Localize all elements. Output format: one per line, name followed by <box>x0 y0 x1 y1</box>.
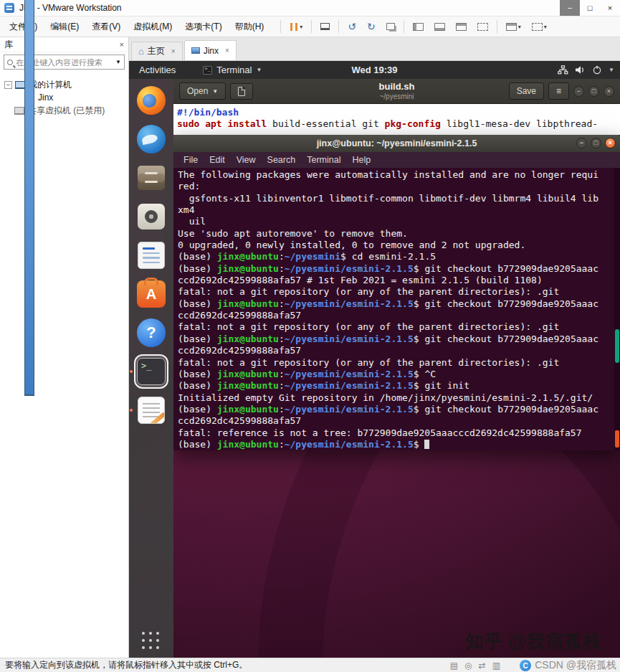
terminal-titlebar[interactable]: jinx@ubuntu: ~/pyesmini/esmini-2.1.5 − □… <box>173 135 620 152</box>
tab-close-icon[interactable]: × <box>225 47 229 55</box>
suspend-button[interactable]: ▾ <box>287 22 305 32</box>
snapshot-manager-icon[interactable] <box>384 22 397 32</box>
hamburger-menu-button[interactable]: ≡ <box>548 82 569 100</box>
menubar: 文件(F)编辑(E)查看(V)虚拟机(M)选项卡(T)帮助(H) ▾ ↺ ↻ ▾… <box>0 16 620 37</box>
tree-item-my-computer[interactable]: −我的计算机 <box>0 78 128 91</box>
terminal-output[interactable]: The following packages were automaticall… <box>173 168 614 450</box>
tree-expander-icon[interactable]: − <box>4 81 12 89</box>
dock-item-thunderbird[interactable] <box>135 123 167 155</box>
show-applications-icon <box>142 632 161 650</box>
scrollbar-thumb[interactable] <box>615 329 619 363</box>
terminal-maximize-button[interactable]: □ <box>591 138 601 148</box>
terminal-minimize-button[interactable]: − <box>576 138 587 148</box>
minimize-button[interactable]: − <box>560 0 580 16</box>
menubar-item[interactable]: 帮助(H) <box>229 18 271 36</box>
search-dropdown-icon[interactable]: ▼ <box>113 59 124 65</box>
dock-item-firefox[interactable] <box>135 85 167 116</box>
clock-button[interactable]: Wed 19:39 <box>351 65 397 75</box>
menubar-item[interactable]: 选项卡(T) <box>178 18 228 36</box>
terminal-icon <box>137 358 166 385</box>
tab-jinx[interactable]: Jinx× <box>184 40 237 60</box>
toolbar-separator <box>497 20 497 33</box>
cdrom-icon[interactable]: ◎ <box>464 661 472 671</box>
show-thumbnail-bar-icon[interactable] <box>432 22 447 32</box>
open-button[interactable]: Open▼ <box>179 82 226 100</box>
terminal-line: (base) jinx@ubuntu:~/pyesmini/esmini-2.1… <box>178 298 614 310</box>
new-document-button[interactable] <box>230 83 253 100</box>
activities-button[interactable]: Activities <box>139 65 176 75</box>
tree-item-jinx[interactable]: Jinx <box>0 91 128 104</box>
computer-icon <box>15 81 25 89</box>
editor-area[interactable]: #!/bin/bashsudo apt install build-essent… <box>173 104 620 135</box>
revert-snapshot-icon[interactable]: ↻ <box>365 19 378 34</box>
vmware-menu: 文件(F)编辑(E)查看(V)虚拟机(M)选项卡(T)帮助(H) <box>3 18 270 36</box>
usb-icon[interactable]: ▥ <box>492 661 500 671</box>
save-button-label: Save <box>517 86 536 96</box>
dock-item-text-editor[interactable] <box>135 394 167 426</box>
vm-panel: 主页×Jinx× Activities Terminal ▼ Wed 19:39 <box>129 37 620 658</box>
terminal-line: Use 'sudo apt autoremove' to remove them… <box>178 228 614 240</box>
chevron-down-icon: ▼ <box>609 67 614 73</box>
dock-item-terminal[interactable] <box>135 356 167 387</box>
gedit-minimize-button[interactable]: − <box>573 86 584 97</box>
window-title: Jinx - VMware Workstation <box>19 3 121 13</box>
dock-item-files[interactable] <box>135 162 167 194</box>
save-button[interactable]: Save <box>509 82 544 100</box>
dock-item-rhythmbox[interactable] <box>135 201 167 232</box>
tree-item-shared-vms[interactable]: 共享虚拟机 (已禁用) <box>0 104 128 117</box>
dock-item-show-applications[interactable] <box>135 619 167 650</box>
app-menu-button[interactable]: Terminal ▼ <box>203 65 262 75</box>
terminal-line: fatal: not a git repository (or any of t… <box>178 357 614 369</box>
volume-icon <box>575 65 586 75</box>
system-status-area[interactable]: ▼ <box>558 65 614 75</box>
terminal-line: fatal: not a git repository (or any of t… <box>178 321 614 333</box>
library-header: 库 × <box>0 37 128 52</box>
gedit-close-button[interactable]: × <box>604 86 614 97</box>
vm-tab-icon <box>191 47 200 54</box>
unity-mode-icon[interactable]: ▾ <box>504 22 523 32</box>
menubar-item[interactable]: 文件(F) <box>3 18 44 36</box>
toolbar-separator <box>404 20 404 33</box>
show-library-icon[interactable] <box>411 22 426 32</box>
terminal-menu-file[interactable]: File <box>178 155 204 165</box>
vm-icon <box>24 0 34 396</box>
maximize-button[interactable]: □ <box>580 0 600 16</box>
terminal-menu-search[interactable]: Search <box>262 155 302 165</box>
library-tree: −我的计算机Jinx共享虚拟机 (已禁用) <box>0 72 128 117</box>
terminal-menu-view[interactable]: View <box>231 155 262 165</box>
toolbar-separator <box>311 20 312 33</box>
tab-close-icon[interactable]: × <box>171 47 176 55</box>
stretch-mode-icon[interactable]: ▾ <box>530 22 549 32</box>
terminal-line: 0 upgraded, 0 newly installed, 0 to remo… <box>178 240 614 251</box>
dock-item-libreoffice-writer[interactable] <box>135 240 167 271</box>
close-button[interactable]: × <box>600 0 620 16</box>
editor-line: #!/bin/bash <box>177 107 620 118</box>
tab-home[interactable]: 主页× <box>131 42 183 60</box>
take-snapshot-icon[interactable]: ↺ <box>345 19 358 34</box>
tab-label: 主页 <box>148 45 165 57</box>
fullscreen-icon[interactable] <box>475 22 490 32</box>
menubar-item[interactable]: 查看(V) <box>85 18 127 36</box>
terminal-window-controls: − □ × <box>576 138 616 148</box>
send-ctrl-alt-del-icon[interactable] <box>318 22 332 32</box>
terminal-line: gsfonts-x11 libinventor1 libmotif-common… <box>178 193 614 204</box>
network-adapter-icon[interactable]: ⇄ <box>479 661 486 671</box>
gedit-maximize-button[interactable]: □ <box>588 86 599 97</box>
dock-item-ubuntu-software[interactable]: A <box>135 278 167 310</box>
terminal-close-button[interactable]: × <box>605 138 616 148</box>
dock-item-help[interactable]: ? <box>135 317 167 349</box>
terminal-window: jinx@ubuntu: ~/pyesmini/esmini-2.1.5 − □… <box>173 135 620 450</box>
menubar-item[interactable]: 虚拟机(M) <box>127 18 178 36</box>
terminal-scrollbar[interactable] <box>614 168 620 450</box>
terminal-menu-terminal[interactable]: Terminal <box>301 155 346 165</box>
dock: A ? <box>129 79 173 658</box>
console-view-icon[interactable] <box>454 22 469 32</box>
library-close-icon[interactable]: × <box>120 40 124 49</box>
terminal-line: (base) jinx@ubuntu:~/pyesmini/esmini-2.1… <box>178 404 614 415</box>
terminal-line: (base) jinx@ubuntu:~/pyesmini/esmini-2.1… <box>178 380 614 392</box>
terminal-menu-help[interactable]: Help <box>346 155 376 165</box>
hdd-icon[interactable]: ▤ <box>450 661 458 671</box>
menubar-item[interactable]: 编辑(E) <box>44 18 85 36</box>
terminal-menu-edit[interactable]: Edit <box>204 155 231 165</box>
terminal-title: jinx@ubuntu: ~/pyesmini/esmini-2.1.5 <box>317 138 477 148</box>
